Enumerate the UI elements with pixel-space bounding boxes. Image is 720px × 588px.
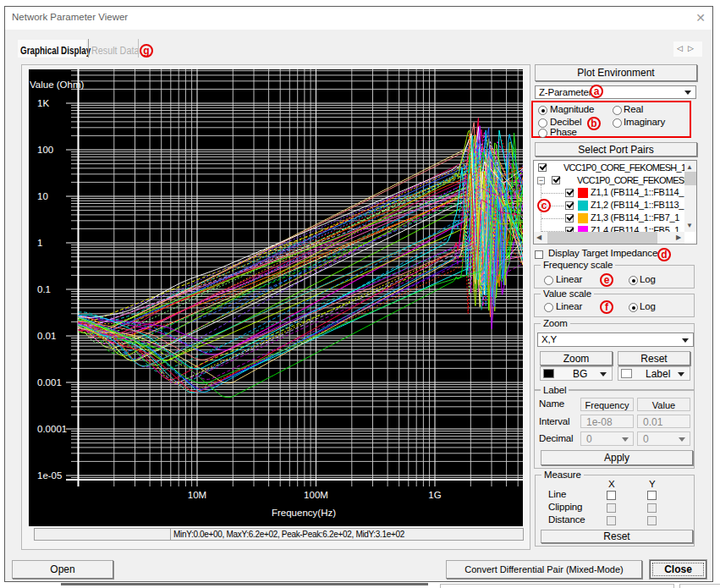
- svg-text:1G: 1G: [428, 490, 441, 500]
- svg-text:0.1: 0.1: [37, 284, 51, 294]
- svg-text:10M: 10M: [188, 490, 206, 500]
- svg-text:1: 1: [37, 238, 42, 248]
- svg-text:Value (Ohm): Value (Ohm): [30, 80, 85, 90]
- svg-text:100M: 100M: [304, 490, 328, 500]
- svg-text:Frequency(Hz): Frequency(Hz): [272, 508, 336, 518]
- svg-text:1e-05: 1e-05: [37, 470, 62, 481]
- svg-text:10: 10: [37, 191, 48, 201]
- svg-text:0.01: 0.01: [37, 331, 56, 341]
- svg-text:1K: 1K: [37, 98, 49, 108]
- svg-text:0.0001: 0.0001: [37, 424, 67, 434]
- svg-text:0.001: 0.001: [37, 377, 62, 387]
- svg-text:100: 100: [37, 145, 53, 155]
